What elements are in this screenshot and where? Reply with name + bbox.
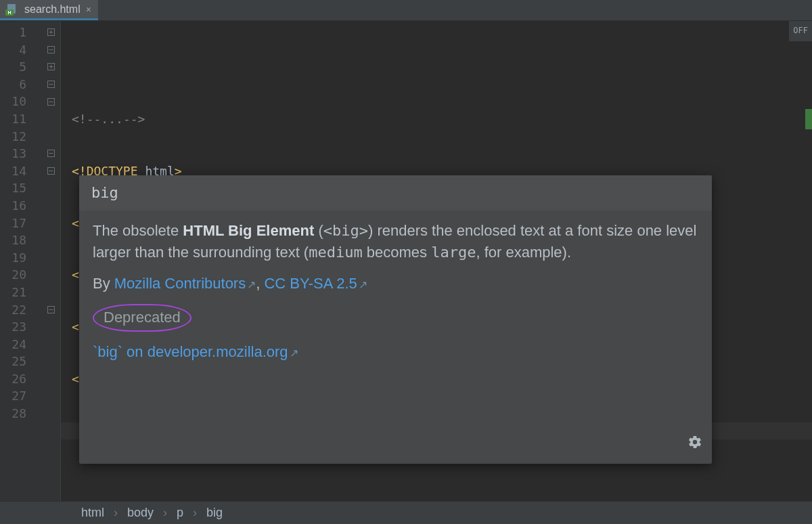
line-number: 25 bbox=[0, 353, 60, 370]
line-number: 12 bbox=[0, 128, 60, 146]
deprecated-badge: Deprecated bbox=[93, 304, 191, 332]
external-link-icon: ↗ bbox=[288, 347, 298, 359]
line-number: 4 bbox=[0, 41, 60, 59]
doc-attribution: By Mozilla Contributors↗, CC BY-SA 2.5↗ bbox=[93, 273, 698, 294]
line-number: 21 bbox=[0, 284, 60, 301]
breadcrumb-item[interactable]: p bbox=[177, 506, 183, 520]
mozilla-contributors-link[interactable]: Mozilla Contributors bbox=[114, 275, 246, 292]
breadcrumb-item[interactable]: body bbox=[127, 506, 154, 520]
mdn-doc-link[interactable]: `big` on developer.mozilla.org bbox=[93, 343, 288, 360]
external-link-icon: ↗ bbox=[357, 279, 367, 290]
chevron-right-icon: › bbox=[114, 506, 118, 520]
line-number: 13 bbox=[0, 145, 60, 162]
line-number: 24 bbox=[0, 336, 60, 353]
chevron-right-icon: › bbox=[193, 506, 197, 520]
external-link-icon: ↗ bbox=[246, 279, 256, 290]
fold-collapse-icon[interactable] bbox=[47, 81, 55, 89]
fold-collapse-icon[interactable] bbox=[47, 150, 55, 158]
code-token: <!--...--> bbox=[72, 112, 145, 126]
breadcrumb-item[interactable]: html bbox=[81, 506, 104, 520]
line-number: 17 bbox=[0, 215, 60, 232]
fold-expand-icon[interactable] bbox=[47, 63, 55, 71]
line-number: 20 bbox=[0, 266, 60, 284]
fold-collapse-icon[interactable] bbox=[47, 167, 55, 175]
quick-doc-popup: big The obsolete HTML Big Element (<big>… bbox=[79, 175, 712, 464]
line-number: 6 bbox=[0, 76, 60, 93]
line-number: 22 bbox=[0, 301, 60, 319]
line-number: 5 bbox=[0, 58, 60, 76]
line-number: 10 bbox=[0, 93, 60, 110]
line-number: 28 bbox=[0, 405, 60, 422]
line-number: 27 bbox=[0, 387, 60, 405]
gear-icon[interactable] bbox=[687, 434, 702, 456]
line-gutter: 1456101112131415161718192021222324252627… bbox=[0, 21, 61, 501]
cc-license-link[interactable]: CC BY-SA 2.5 bbox=[264, 275, 357, 292]
line-number: 18 bbox=[0, 232, 60, 249]
line-number: 11 bbox=[0, 110, 60, 128]
doc-description: The obsolete HTML Big Element (<big>) re… bbox=[93, 220, 698, 263]
fold-collapse-icon[interactable] bbox=[47, 97, 55, 106]
fold-collapse-icon[interactable] bbox=[47, 305, 55, 313]
line-number: 1 bbox=[0, 24, 60, 41]
line-number: 14 bbox=[0, 162, 60, 180]
fold-expand-icon[interactable] bbox=[47, 28, 55, 37]
inspections-off-badge[interactable]: OFF bbox=[789, 21, 812, 41]
fold-collapse-icon[interactable] bbox=[47, 45, 55, 53]
line-number: 16 bbox=[0, 197, 60, 215]
file-tab[interactable]: H search.html × bbox=[0, 0, 98, 20]
breadcrumb-item[interactable]: big bbox=[206, 506, 223, 520]
doc-title: big bbox=[79, 175, 712, 211]
html-file-icon: H bbox=[5, 3, 19, 16]
line-number: 26 bbox=[0, 370, 60, 388]
tab-close-icon[interactable]: × bbox=[86, 4, 91, 15]
tab-filename: search.html bbox=[24, 3, 81, 16]
tab-bar: H search.html × bbox=[0, 0, 812, 21]
line-number: 19 bbox=[0, 249, 60, 267]
chevron-right-icon: › bbox=[163, 506, 167, 520]
breadcrumb: html › body › p › big bbox=[0, 501, 812, 524]
line-number: 23 bbox=[0, 318, 60, 336]
line-number: 15 bbox=[0, 179, 60, 197]
svg-text:H: H bbox=[7, 10, 11, 15]
change-marker bbox=[805, 109, 812, 129]
